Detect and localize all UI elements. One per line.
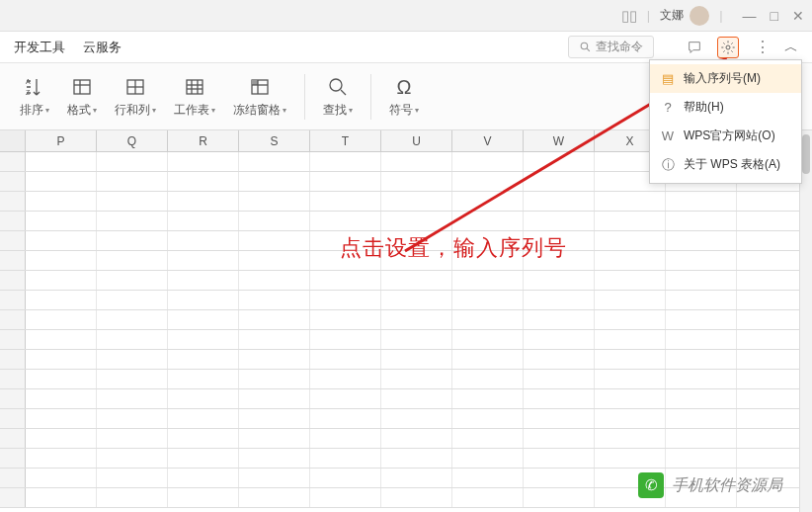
annotation-text: 点击设置，输入序列号 bbox=[340, 233, 567, 263]
ribbon-find[interactable]: 查找▾ bbox=[317, 72, 359, 121]
rows bbox=[0, 152, 812, 508]
worksheet-icon bbox=[182, 74, 207, 100]
close-button[interactable]: ✕ bbox=[792, 8, 804, 24]
svg-line-21 bbox=[341, 90, 346, 95]
col-header[interactable]: Q bbox=[97, 130, 168, 151]
watermark-text: 手机软件资源局 bbox=[672, 475, 782, 496]
vertical-scrollbar[interactable] bbox=[799, 130, 812, 512]
svg-rect-11 bbox=[187, 80, 203, 94]
chat-icon[interactable] bbox=[684, 37, 705, 58]
ribbon-worksheet[interactable]: 工作表▾ bbox=[168, 72, 221, 121]
menu-serial-number[interactable]: ▤ 输入序列号(M) bbox=[650, 64, 801, 93]
window-controls: — □ ✕ bbox=[743, 8, 804, 24]
search-command[interactable]: 查找命令 bbox=[568, 36, 654, 58]
col-header[interactable]: P bbox=[26, 130, 97, 151]
svg-line-1 bbox=[587, 48, 590, 51]
settings-button[interactable] bbox=[717, 37, 739, 58]
ribbon-sort[interactable]: AZ 排序▾ bbox=[14, 72, 55, 121]
col-header[interactable]: U bbox=[381, 130, 452, 151]
user-info[interactable]: 文娜 bbox=[660, 6, 709, 26]
svg-rect-5 bbox=[74, 80, 90, 94]
serial-icon: ▤ bbox=[660, 71, 676, 87]
collapse-ribbon-icon[interactable]: ︿ bbox=[784, 39, 798, 56]
freeze-icon bbox=[247, 74, 273, 100]
svg-point-20 bbox=[330, 79, 342, 91]
watermark: ✆ 手机软件资源局 bbox=[638, 472, 782, 498]
col-header[interactable]: W bbox=[524, 130, 595, 151]
ribbon-symbol[interactable]: Ω 符号▾ bbox=[383, 72, 425, 121]
wechat-icon: ✆ bbox=[638, 472, 664, 498]
web-icon: W bbox=[660, 128, 676, 144]
username: 文娜 bbox=[660, 7, 684, 24]
maximize-button[interactable]: □ bbox=[771, 8, 778, 24]
find-icon bbox=[325, 74, 351, 100]
svg-point-2 bbox=[726, 45, 730, 49]
col-header[interactable]: S bbox=[239, 130, 310, 151]
settings-dropdown: ▤ 输入序列号(M) ? 帮助(H) W WPS官方网站(O) ⓘ 关于 WPS… bbox=[649, 59, 802, 184]
search-icon bbox=[579, 41, 592, 53]
menu-website[interactable]: W WPS官方网站(O) bbox=[650, 122, 801, 150]
help-icon: ? bbox=[660, 100, 676, 116]
spreadsheet[interactable]: P Q R S T U V W X Y Z bbox=[0, 130, 812, 512]
about-icon: ⓘ bbox=[660, 157, 676, 173]
col-header[interactable]: T bbox=[310, 130, 381, 151]
minimize-button[interactable]: — bbox=[743, 8, 757, 24]
svg-rect-17 bbox=[252, 80, 258, 85]
search-placeholder: 查找命令 bbox=[596, 39, 643, 55]
titlebar: ▯▯ | 文娜 | — □ ✕ bbox=[0, 0, 812, 32]
svg-text:Z: Z bbox=[26, 89, 31, 96]
window-icon: ▯▯ bbox=[621, 7, 637, 25]
col-header[interactable]: V bbox=[452, 130, 524, 151]
ribbon-freeze[interactable]: 冻结窗格▾ bbox=[227, 72, 292, 121]
symbol-icon: Ω bbox=[391, 74, 417, 100]
svg-text:A: A bbox=[26, 78, 31, 85]
menu-about[interactable]: ⓘ 关于 WPS 表格(A) bbox=[650, 150, 801, 179]
select-all-corner[interactable] bbox=[0, 130, 26, 151]
more-icon[interactable]: ⋮ bbox=[751, 37, 772, 58]
avatar[interactable] bbox=[690, 6, 709, 26]
tab-devtools[interactable]: 开发工具 bbox=[14, 39, 65, 56]
rowcol-icon bbox=[122, 74, 148, 100]
ribbon-rowcol[interactable]: 行和列▾ bbox=[109, 72, 162, 121]
ribbon-format[interactable]: 格式▾ bbox=[61, 72, 103, 121]
sort-icon: AZ bbox=[22, 74, 47, 100]
svg-point-0 bbox=[581, 43, 588, 49]
format-icon bbox=[69, 74, 95, 100]
col-header[interactable]: R bbox=[168, 130, 239, 151]
scrollbar-thumb[interactable] bbox=[802, 134, 810, 174]
menu-help[interactable]: ? 帮助(H) bbox=[650, 93, 801, 122]
tab-cloud[interactable]: 云服务 bbox=[83, 39, 122, 56]
